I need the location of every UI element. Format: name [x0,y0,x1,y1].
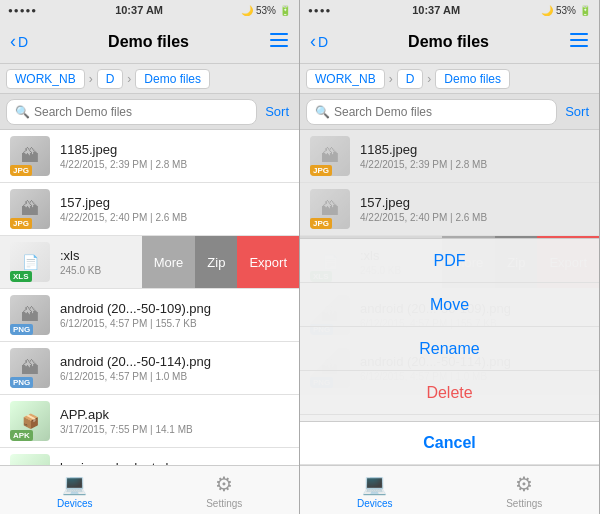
breadcrumb-workNB-right[interactable]: WORK_NB [306,69,385,89]
breadcrumb-demofiles-right[interactable]: Demo files [435,69,510,89]
breadcrumb-sep2-left: › [127,72,131,86]
file-thumb-6-left: 📊 XLS [10,454,50,465]
devices-icon-left: 💻 [62,472,87,496]
status-signal-left: ●●●●● [8,6,37,15]
file-badge-1-left: JPG [10,218,32,229]
file-badge-5-left: APK [10,430,33,441]
file-name-4-left: android (20...-50-114).png [60,354,289,369]
nav-bar-left: ‹ D Demo files [0,20,299,64]
file-item-5-left[interactable]: 📦 APK APP.apk 3/17/2015, 7:55 PM | 14.1 … [0,395,299,448]
nav-bar-right: ‹ D Demo files [300,20,599,64]
search-bar-left: 🔍 Sort [0,94,299,130]
moon-icon-right: 🌙 [541,5,553,16]
file-name-0-left: 1185.jpeg [60,142,289,157]
battery-icon-right: 🔋 [579,5,591,16]
swipe-actions-left: More Zip Export [142,236,299,288]
file-thumb-3-left: 🏔 PNG [10,295,50,335]
svg-rect-0 [270,33,288,35]
file-badge-0-right: JPG [310,165,332,176]
file-item-0-left[interactable]: 🏔 JPG 1185.jpeg 4/22/2015, 2:39 PM | 2.8… [0,130,299,183]
action-zip-left[interactable]: Zip [195,236,237,288]
svg-rect-5 [570,45,588,47]
chevron-left-icon-right: ‹ [310,31,316,52]
file-item-3-left[interactable]: 🏔 PNG android (20...-50-109).png 6/12/20… [0,289,299,342]
dropdown-delete-right[interactable]: Delete [300,371,599,415]
dropdown-pdf-right[interactable]: PDF [300,239,599,283]
breadcrumb-left: WORK_NB › D › Demo files [0,64,299,94]
file-badge-0-left: JPG [10,165,32,176]
status-battery-left: 🌙 53% 🔋 [241,5,291,16]
file-item-0-right: 🏔 JPG 1185.jpeg 4/22/2015, 2:39 PM | 2.8… [300,130,599,183]
sort-button-left[interactable]: Sort [261,102,293,121]
signal-dots: ●●●●● [8,6,37,15]
file-name-1-right: 157.jpeg [360,195,589,210]
svg-rect-4 [570,39,588,41]
file-item-2-left[interactable]: 📄 XLS :xls 245.0 KB More Zip Export [0,236,299,289]
tab-bar-right: 💻 Devices ⚙ Settings [300,465,599,514]
file-meta-1-right: 4/22/2015, 2:40 PM | 2.6 MB [360,212,589,223]
sort-button-right[interactable]: Sort [561,102,593,121]
tab-settings-right[interactable]: ⚙ Settings [450,472,600,509]
file-item-1-left[interactable]: 🏔 JPG 157.jpeg 4/22/2015, 2:40 PM | 2.6 … [0,183,299,236]
tab-devices-right[interactable]: 💻 Devices [300,472,450,509]
breadcrumb-right: WORK_NB › D › Demo files [300,64,599,94]
search-icon-left: 🔍 [15,105,30,119]
tab-settings-left[interactable]: ⚙ Settings [150,472,300,509]
file-meta-3-left: 6/12/2015, 4:57 PM | 155.7 KB [60,318,289,329]
file-info-6-left: business-budget.xlsx 4/22/2015, 5:00 PM … [50,460,289,465]
back-button-left[interactable]: ‹ D [10,31,28,52]
devices-icon-right: 💻 [362,472,387,496]
search-icon-right: 🔍 [315,105,330,119]
status-time-right: 10:37 AM [412,4,460,16]
dropdown-rename-right[interactable]: Rename [300,327,599,371]
file-thumb-0-right: 🏔 JPG [310,136,350,176]
file-badge-2-left: XLS [10,271,32,282]
back-button-right[interactable]: ‹ D [310,31,328,52]
search-input-left[interactable] [34,105,248,119]
file-info-4-left: android (20...-50-114).png 6/12/2015, 4:… [50,354,289,382]
file-info-0-right: 1185.jpeg 4/22/2015, 2:39 PM | 2.8 MB [350,142,589,170]
nav-title-left: Demo files [108,33,189,51]
search-input-wrap-left: 🔍 [6,99,257,125]
action-export-left[interactable]: Export [237,236,299,288]
file-badge-4-left: PNG [10,377,33,388]
tab-devices-left[interactable]: 💻 Devices [0,472,150,509]
status-bar-left: ●●●●● 10:37 AM 🌙 53% 🔋 [0,0,299,20]
file-name-0-right: 1185.jpeg [360,142,589,157]
file-info-0-left: 1185.jpeg 4/22/2015, 2:39 PM | 2.8 MB [50,142,289,170]
dropdown-move-right[interactable]: Move [300,283,599,327]
battery-icon: 🔋 [279,5,291,16]
breadcrumb-d-left[interactable]: D [97,69,124,89]
settings-icon-right: ⚙ [515,472,533,496]
file-info-5-left: APP.apk 3/17/2015, 7:55 PM | 14.1 MB [50,407,289,435]
file-meta-5-left: 3/17/2015, 7:55 PM | 14.1 MB [60,424,289,435]
file-item-1-right: 🏔 JPG 157.jpeg 4/22/2015, 2:40 PM | 2.6 … [300,183,599,236]
file-thumb-5-left: 📦 APK [10,401,50,441]
file-item-4-left[interactable]: 🏔 PNG android (20...-50-114).png 6/12/20… [0,342,299,395]
edit-button-left[interactable] [269,32,289,51]
file-meta-2-left: 245.0 KB [60,265,132,276]
chevron-left-icon: ‹ [10,31,16,52]
search-input-wrap-right: 🔍 [306,99,557,125]
breadcrumb-d-right[interactable]: D [397,69,424,89]
dropdown-cancel-right[interactable]: Cancel [300,421,599,465]
nav-title-right: Demo files [408,33,489,51]
search-bar-right: 🔍 Sort [300,94,599,130]
file-item-6-left[interactable]: 📊 XLS business-budget.xlsx 4/22/2015, 5:… [0,448,299,465]
breadcrumb-workNB-left[interactable]: WORK_NB [6,69,85,89]
file-thumb-1-right: 🏔 JPG [310,189,350,229]
file-badge-1-right: JPG [310,218,332,229]
svg-rect-3 [570,33,588,35]
file-meta-1-left: 4/22/2015, 2:40 PM | 2.6 MB [60,212,289,223]
search-input-right[interactable] [334,105,548,119]
right-panel: ●●●● 10:37 AM 🌙 53% 🔋 ‹ D Demo files WOR… [300,0,600,514]
moon-icon: 🌙 [241,5,253,16]
settings-icon-left: ⚙ [215,472,233,496]
svg-rect-1 [270,39,288,41]
file-thumb-1-left: 🏔 JPG [10,189,50,229]
edit-button-right[interactable] [569,32,589,51]
action-more-left[interactable]: More [142,236,196,288]
breadcrumb-demofiles-left[interactable]: Demo files [135,69,210,89]
file-thumb-2-left: 📄 XLS [10,242,50,282]
file-list-right: 🏔 JPG 1185.jpeg 4/22/2015, 2:39 PM | 2.8… [300,130,599,465]
